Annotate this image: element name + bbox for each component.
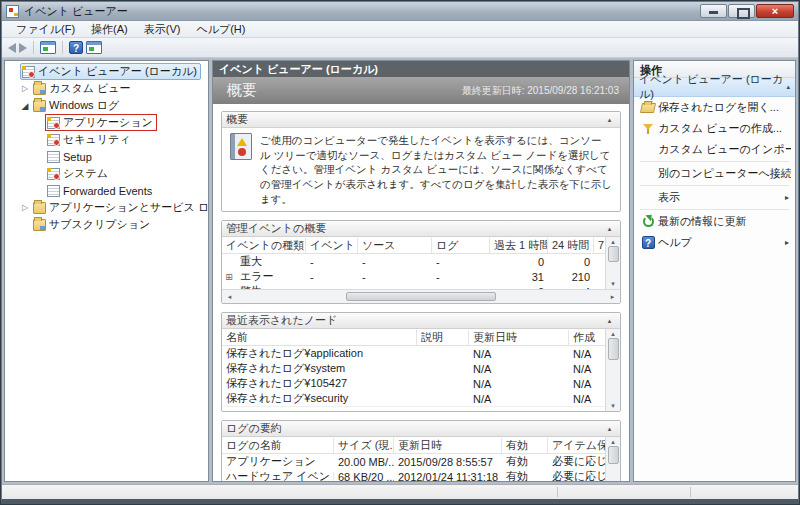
title-bar[interactable]: イベント ビューアー × (2, 2, 798, 21)
tree-item-label: イベント ビューアー (ローカル) (38, 64, 197, 79)
maximize-button[interactable] (728, 4, 755, 18)
expand-plus-icon[interactable]: ⊞ (222, 272, 236, 282)
scroll-up-icon[interactable]: ▴ (608, 330, 619, 338)
tree-item-subscriptions[interactable]: サブスクリプション (5, 216, 208, 233)
chevron-right-icon[interactable]: ▷ (19, 84, 31, 93)
admin-events-column-headers[interactable]: イベントの種類 イベント ID ソース ログ 過去 1 時間 24 時間 7 (222, 237, 605, 254)
tree-item-forwarded-events[interactable]: Forwarded Events (5, 182, 208, 199)
help-icon[interactable]: ? (69, 41, 83, 54)
column-header[interactable]: 24 時間 (548, 238, 594, 253)
table-row[interactable]: 保存されたログ¥application N/A N/A (222, 346, 605, 361)
tree-item-root[interactable]: イベント ビューアー (ローカル) (5, 63, 208, 80)
column-header[interactable]: 過去 1 時間 (490, 238, 548, 253)
chevron-expanded-icon[interactable]: ◢ (19, 101, 31, 111)
tree-item-setup[interactable]: Setup (5, 148, 208, 165)
clipped-table-row (222, 406, 605, 411)
admin-events-header[interactable]: 管理イベントの概要 ▴ (222, 221, 620, 237)
column-header[interactable]: 作成 (569, 330, 605, 345)
tree-item-security[interactable]: セキュリティ (5, 131, 208, 148)
column-header[interactable]: ソース (358, 238, 432, 253)
column-header[interactable]: 7 (594, 238, 605, 253)
collapse-icon[interactable]: ▴ (786, 83, 790, 91)
status-bar (2, 484, 798, 499)
tree-item-label: システム (63, 166, 108, 181)
recent-nodes-column-headers[interactable]: 名前 説明 更新日時 作成 (222, 329, 605, 346)
scrollbar-thumb[interactable] (608, 246, 619, 262)
tree-item-system[interactable]: システム (5, 165, 208, 182)
vertical-scrollbar[interactable]: ▴ ▾ (605, 329, 620, 411)
menu-help[interactable]: ヘルプ(H) (188, 21, 253, 38)
scroll-up-icon[interactable]: ▴ (608, 238, 619, 246)
table-row[interactable]: 保存されたログ¥105427 N/A N/A (222, 376, 605, 391)
action-help[interactable]: ? ヘルプ ▸ (634, 232, 795, 253)
scrollbar-thumb[interactable] (608, 338, 619, 360)
column-header[interactable]: 更新日時 (394, 438, 502, 453)
column-header[interactable]: サイズ (現... (334, 438, 394, 453)
overview-section: 概要 ▴ ご使用のコンピューターで発生したイベントを表示するには、コンソール ツ… (221, 111, 621, 212)
table-row[interactable]: 保存されたログ¥system N/A N/A (222, 361, 605, 376)
tree-item-apps-services-logs[interactable]: ▷ アプリケーションとサービス ログ (5, 199, 208, 216)
column-header[interactable]: 有効 (502, 438, 548, 453)
column-header[interactable]: ログ (432, 238, 490, 253)
log-summary-column-headers[interactable]: ログの名前 サイズ (現... 更新日時 有効 アイテム保持ポリシ... (222, 437, 605, 454)
action-connect-another-computer[interactable]: 別のコンピューターへ接続... (634, 163, 795, 184)
menu-action[interactable]: 操作(A) (83, 21, 136, 38)
show-console-tree-icon[interactable] (40, 41, 56, 54)
column-header[interactable]: アイテム保持ポリシ... (548, 438, 605, 453)
collapse-icon[interactable]: ▴ (603, 225, 616, 233)
action-refresh[interactable]: 最新の情報に更新 (634, 211, 795, 232)
scroll-down-icon[interactable]: ▾ (608, 280, 619, 288)
log-summary-header[interactable]: ログの要約 ▴ (222, 421, 620, 437)
help-icon: ? (642, 236, 655, 249)
chevron-right-icon[interactable]: ▷ (19, 203, 31, 212)
collapse-icon[interactable]: ▴ (603, 317, 616, 325)
action-group-header[interactable]: イベント ビューアー (ローカル) ▴ (634, 78, 795, 97)
vertical-scrollbar[interactable]: ▴ ▾ (605, 237, 620, 289)
scrollbar-thumb[interactable] (346, 292, 496, 301)
filter-icon (642, 123, 654, 135)
column-header[interactable]: イベント ID (306, 238, 358, 253)
action-open-saved-log[interactable]: 保存されたログを開く... (634, 97, 795, 118)
column-header[interactable]: イベントの種類 (222, 238, 306, 253)
minimize-button[interactable] (700, 4, 727, 18)
scroll-up-icon[interactable]: ▴ (608, 438, 619, 446)
action-import-custom-view[interactable]: カスタム ビューのインポート... (634, 139, 795, 160)
scrollbar-thumb[interactable] (608, 446, 619, 464)
table-row[interactable]: 保存されたログ¥security N/A N/A (222, 391, 605, 406)
menu-file[interactable]: ファイル(F) (8, 21, 83, 38)
close-button[interactable]: × (756, 4, 794, 18)
tree-item-application[interactable]: アプリケーション (5, 114, 208, 131)
overview-section-header[interactable]: 概要 ▴ (222, 112, 620, 128)
recent-nodes-section: 最近表示されたノード ▴ 名前 説明 更新日時 作成 保 (221, 312, 621, 412)
admin-events-section: 管理イベントの概要 ▴ イベントの種類 イベント ID ソース ログ 過去 1 … (221, 220, 621, 304)
column-header[interactable]: 説明 (417, 330, 469, 345)
vertical-scrollbar[interactable]: ▴ ▾ (605, 437, 620, 481)
menu-view[interactable]: 表示(V) (136, 21, 189, 38)
horizontal-scrollbar[interactable]: ◂ ▸ (222, 289, 620, 303)
column-header[interactable]: 更新日時 (469, 330, 569, 345)
event-log-book-icon (230, 133, 252, 160)
action-view[interactable]: 表示 ▸ (634, 187, 795, 208)
back-icon[interactable] (8, 43, 16, 53)
table-row[interactable]: ハードウェア イベント 68 KB/20 ... 2012/01/24 11:3… (222, 469, 605, 481)
tree-root-selection[interactable]: イベント ビューアー (ローカル) (20, 63, 201, 80)
results-pane-title: イベント ビューアー (ローカル) (213, 61, 629, 77)
tree-item-windows-logs[interactable]: ◢ Windows ログ (5, 97, 208, 114)
scroll-down-icon[interactable]: ▾ (608, 402, 619, 410)
collapse-icon[interactable]: ▴ (603, 425, 616, 433)
table-row[interactable]: ⊞ エラー - - - 31 210 (222, 269, 605, 284)
table-row[interactable]: アプリケーション 20.00 MB/... 2015/09/28 8:55:57… (222, 454, 605, 469)
collapse-icon[interactable]: ▴ (603, 116, 616, 124)
scroll-left-icon[interactable]: ◂ (224, 293, 235, 301)
recent-nodes-header[interactable]: 最近表示されたノード ▴ (222, 313, 620, 329)
table-row[interactable]: 重大 - - - 0 0 (222, 254, 605, 269)
column-header[interactable]: 名前 (222, 330, 417, 345)
overview-banner-title: 概要 (227, 81, 257, 100)
action-create-custom-view[interactable]: カスタム ビューの作成... (634, 118, 795, 139)
action-separator (640, 185, 789, 186)
forward-icon[interactable] (19, 43, 27, 53)
scroll-right-icon[interactable]: ▸ (607, 293, 618, 301)
show-action-pane-icon[interactable] (86, 41, 102, 54)
tree-item-custom-views[interactable]: ▷ カスタム ビュー (5, 80, 208, 97)
column-header[interactable]: ログの名前 (222, 438, 334, 453)
